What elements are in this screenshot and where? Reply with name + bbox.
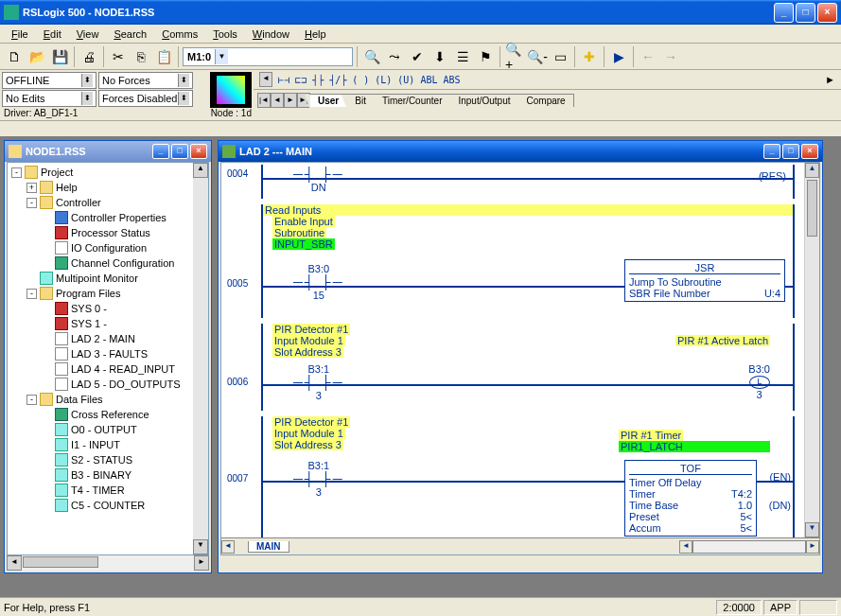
ladder-editor[interactable]: ▲ ▼ 0004 ─┤ ├─ DN (RES): [220, 162, 820, 555]
force-icon[interactable]: ⚑: [475, 46, 496, 67]
lad-hscroll-left-icon[interactable]: ◄: [679, 540, 692, 554]
tree-item[interactable]: +Help: [26, 180, 191, 195]
tree-twisty-icon[interactable]: -: [26, 395, 37, 405]
tree-min-button[interactable]: _: [152, 144, 169, 159]
menu-comms[interactable]: Comms: [154, 26, 205, 42]
minimize-button[interactable]: _: [774, 3, 794, 23]
tree-item[interactable]: T4 - TIMER: [42, 483, 191, 498]
zoom-out-icon[interactable]: 🔍-: [527, 46, 548, 67]
tab-first-icon[interactable]: |◄: [257, 93, 271, 108]
tree-item[interactable]: LAD 2 - MAIN: [42, 331, 191, 346]
rung7-tof-instruction[interactable]: TOF Timer Off Delay TimerT4:2 Time Base1…: [624, 460, 757, 537]
add-icon[interactable]: ✚: [579, 46, 600, 67]
menu-view[interactable]: View: [69, 26, 107, 42]
lad-vscrollbar[interactable]: ▲ ▼: [804, 163, 819, 537]
instr-otu[interactable]: (U): [397, 75, 414, 85]
menu-window[interactable]: Window: [245, 26, 297, 42]
menu-help[interactable]: Help: [297, 26, 334, 42]
tree-item[interactable]: -Project: [11, 165, 191, 180]
tree-item[interactable]: LAD 3 - FAULTS: [42, 346, 191, 361]
tree-vscrollbar[interactable]: ▲ ▼: [193, 163, 208, 554]
cut-icon[interactable]: ✂: [108, 46, 129, 67]
tree-item[interactable]: O0 - OUTPUT: [42, 422, 191, 437]
tree-twisty-icon[interactable]: -: [26, 289, 37, 299]
tab-prev-icon[interactable]: ◄: [271, 93, 284, 108]
project-tree[interactable]: -Project+Help-ControllerController Prope…: [8, 163, 193, 554]
menu-edit[interactable]: Edit: [36, 26, 69, 42]
tree-item[interactable]: Processor Status: [42, 225, 191, 240]
close-button[interactable]: ×: [817, 3, 837, 23]
instr-abs[interactable]: ABS: [443, 75, 460, 85]
tree-item[interactable]: C5 - COUNTER: [42, 498, 191, 513]
rung6-contact[interactable]: B3:1 ─┤ ├─ 3: [293, 363, 344, 401]
tree-twisty-icon[interactable]: -: [26, 198, 37, 208]
run-icon[interactable]: ▶: [608, 46, 629, 67]
tree-item[interactable]: -Program Files: [26, 286, 191, 301]
maximize-button[interactable]: □: [796, 3, 815, 23]
verify-icon[interactable]: ✔: [407, 46, 428, 67]
tree-item[interactable]: Multipoint Monitor: [26, 271, 191, 286]
instr-abl[interactable]: ABL: [420, 75, 437, 85]
rung4-contact[interactable]: ─┤ ├─ DN: [293, 167, 344, 193]
save-icon[interactable]: 💾: [49, 46, 70, 67]
window-icon[interactable]: ▭: [550, 46, 570, 67]
lad-min-button[interactable]: _: [763, 144, 780, 159]
tree-item[interactable]: I1 - INPUT: [42, 437, 191, 452]
ladder-tab-main[interactable]: MAIN: [248, 541, 289, 553]
lad-close-button[interactable]: ×: [801, 144, 818, 159]
copy-icon[interactable]: ⎘: [131, 46, 151, 67]
find-icon[interactable]: 🔍: [361, 46, 382, 67]
rung7-contact[interactable]: B3:1 ─┤ ├─ 3: [293, 460, 344, 498]
menu-file[interactable]: File: [4, 26, 36, 42]
goto-icon[interactable]: ⤳: [384, 46, 405, 67]
props-icon[interactable]: ☰: [452, 46, 473, 67]
instr-branch[interactable]: ⊏⊐: [295, 75, 307, 85]
rung6-latch-coil[interactable]: B3:0 L 3: [748, 363, 770, 400]
tree-item[interactable]: Controller Properties: [42, 210, 191, 225]
tree-item[interactable]: S2 - STATUS: [42, 452, 191, 467]
lad-max-button[interactable]: □: [782, 144, 799, 159]
combo-arrow-icon[interactable]: ▼: [215, 49, 228, 64]
rung5-jsr-instruction[interactable]: JSR Jump To Subroutine SBR File NumberU:…: [624, 259, 785, 302]
instr-scroll-left-icon[interactable]: ◄: [259, 72, 272, 87]
tree-hscrollbar[interactable]: ◄►: [7, 555, 209, 571]
tree-item[interactable]: Channel Configuration: [42, 255, 191, 271]
zoom-in-icon[interactable]: 🔍+: [504, 46, 525, 67]
rung4-res-coil[interactable]: (RES): [759, 170, 785, 182]
tree-item[interactable]: IO Configuration: [42, 240, 191, 255]
lad-titlebar[interactable]: LAD 2 --- MAIN _ □ ×: [219, 141, 822, 162]
tree-twisty-icon[interactable]: +: [26, 183, 37, 193]
tree-item[interactable]: LAD 5 - DO_OUTPUTS: [42, 377, 191, 392]
tree-close-button[interactable]: ×: [190, 144, 207, 159]
instr-otl[interactable]: (L): [375, 75, 392, 85]
tree-item[interactable]: LAD 4 - READ_INPUT: [42, 361, 191, 377]
open-icon[interactable]: 📂: [26, 46, 47, 67]
print-icon[interactable]: 🖨: [79, 46, 99, 67]
status-mode[interactable]: OFFLINE⬍: [2, 72, 96, 89]
instr-xio[interactable]: ┤/├: [329, 75, 346, 85]
status-forces[interactable]: No Forces⬍: [98, 72, 193, 89]
lad-hscroll-right-icon[interactable]: ►: [806, 540, 819, 554]
tree-max-button[interactable]: □: [171, 144, 188, 159]
new-icon[interactable]: 🗋: [4, 46, 25, 67]
rung-0005[interactable]: Read Inputs Enable Input Subroutine INPU…: [227, 204, 798, 318]
status-edits[interactable]: No Edits⬍: [2, 90, 96, 107]
paste-icon[interactable]: 📋: [153, 46, 174, 67]
ladtab-prev-icon[interactable]: ◄: [221, 540, 235, 554]
tree-titlebar[interactable]: NODE1.RSS _ □ ×: [5, 141, 211, 162]
instr-scroll-right-icon[interactable]: ►: [825, 74, 835, 85]
menu-tools[interactable]: Tools: [205, 26, 245, 42]
rung5-contact[interactable]: B3:0 ─┤ ├─ 15: [293, 263, 344, 301]
tree-twisty-icon[interactable]: -: [11, 167, 22, 178]
tree-item[interactable]: -Controller: [26, 195, 191, 210]
tree-item[interactable]: -Data Files: [26, 392, 191, 407]
tree-item[interactable]: SYS 0 -: [42, 301, 191, 316]
tree-item[interactable]: Cross Reference: [42, 407, 191, 422]
download-icon[interactable]: ⬇: [429, 46, 450, 67]
instr-ote[interactable]: ( ): [352, 75, 369, 85]
rung-0006[interactable]: PIR Detector #1 Input Module 1 Slot Addr…: [227, 324, 798, 411]
tree-item[interactable]: B3 - BINARY: [42, 467, 191, 483]
menu-search[interactable]: Search: [106, 26, 154, 42]
tab-compare[interactable]: Compare: [518, 94, 574, 107]
tree-item[interactable]: SYS 1 -: [42, 316, 191, 331]
